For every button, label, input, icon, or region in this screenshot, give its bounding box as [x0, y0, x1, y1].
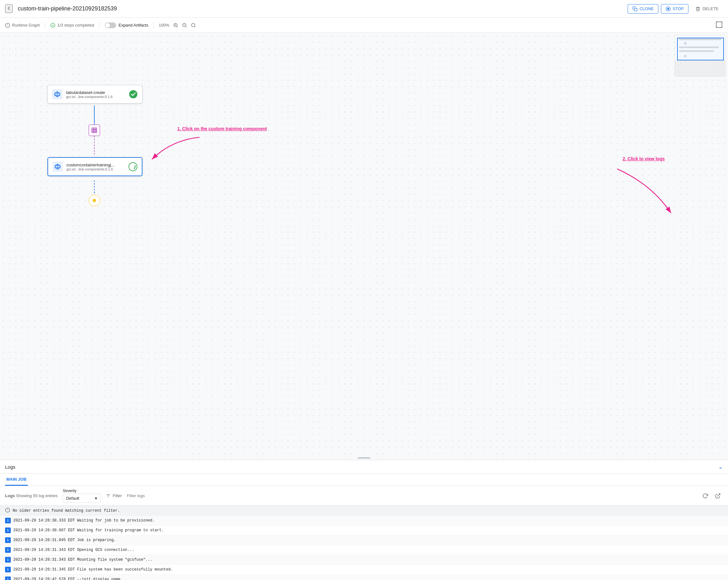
- stop-button[interactable]: STOP: [661, 4, 688, 13]
- node-tabulardataset-create[interactable]: tabulardataset-create gcr.io/...line-com…: [48, 85, 142, 103]
- back-button[interactable]: [5, 4, 12, 13]
- node2-status: [129, 162, 137, 171]
- main-area: tabulardataset-create gcr.io/...line-com…: [0, 33, 728, 580]
- log-entry-header: No older entries found matching current …: [0, 506, 728, 516]
- fullscreen-icon[interactable]: [716, 21, 723, 28]
- log-badge-info: i: [5, 537, 11, 543]
- log-badge-info: i: [5, 557, 11, 562]
- log-entry: i2021-09-29 14:26:31.345 EDT File system…: [0, 565, 728, 575]
- logs-expand-button[interactable]: ⌄: [718, 463, 723, 470]
- toolbar-divider-1: [45, 22, 45, 28]
- svg-rect-2: [668, 8, 669, 9]
- toolbar-divider-3: [153, 22, 154, 28]
- node2-icon: [53, 162, 63, 172]
- header: custom-train-pipeline-20210929182539 CLO…: [0, 0, 728, 18]
- annotation-arrow-1: [146, 134, 203, 166]
- svg-line-15: [194, 26, 195, 27]
- node1-info: tabulardataset-create gcr.io/...line-com…: [66, 90, 125, 99]
- log-badge-info: i: [5, 567, 11, 573]
- log-entry: i2021-09-29 14:26:42.578 EDT --init.disp…: [0, 575, 728, 580]
- node2-sub: gcr.io/...line-components:0.1.6: [67, 167, 125, 171]
- severity-container: Severity Default ▾: [63, 489, 101, 503]
- svg-point-14: [191, 23, 195, 27]
- header-actions: CLONE STOP DELETE: [628, 4, 723, 13]
- runtime-graph-btn[interactable]: Runtime Graph: [5, 23, 40, 28]
- toggle-switch[interactable]: [105, 23, 116, 28]
- logs-section: Logs ⌄ MAIN JOB Logs Showing 55 log entr…: [0, 460, 728, 580]
- zoom-controls: 100%: [159, 22, 197, 29]
- delete-button[interactable]: DELETE: [691, 4, 723, 13]
- clone-button[interactable]: CLONE: [628, 4, 658, 13]
- svg-rect-0: [634, 8, 637, 11]
- annotation-arrow-2: [614, 166, 677, 216]
- refresh-logs-button[interactable]: [700, 491, 710, 501]
- toggle-thumb: [105, 23, 110, 28]
- logs-header: Logs ⌄: [0, 460, 728, 474]
- log-entry: i2021-09-29 14:26:31.343 EDT Mounting fi…: [0, 555, 728, 565]
- svg-line-8: [177, 26, 178, 27]
- svg-rect-16: [716, 22, 722, 28]
- logs-body[interactable]: No older entries found matching current …: [0, 506, 728, 580]
- annotation-1: 1. Click on the custom training componen…: [177, 126, 267, 131]
- log-badge-info: i: [5, 577, 11, 580]
- zoom-out-button[interactable]: [181, 22, 188, 29]
- mini-map: [675, 35, 726, 77]
- annotation-2: 2. Click to view logs: [623, 156, 665, 161]
- svg-point-21: [129, 90, 137, 98]
- log-badge-info: i: [5, 547, 11, 553]
- steps-completed: 1/3 steps completed: [50, 23, 94, 28]
- log-entry: i2021-09-29 14:26:30.333 EDT Waiting for…: [0, 516, 728, 526]
- logs-tabs: MAIN JOB: [0, 474, 728, 486]
- svg-line-35: [718, 494, 720, 496]
- node-customcontainertraining[interactable]: customcontainertrainingj... gcr.io/...li…: [48, 157, 142, 176]
- pipeline-canvas[interactable]: tabulardataset-create gcr.io/...line-com…: [0, 33, 728, 460]
- node1-icon: [52, 89, 62, 99]
- zoom-reset-button[interactable]: [189, 22, 197, 29]
- zoom-in-button[interactable]: [172, 22, 180, 29]
- artifact-node[interactable]: [88, 125, 100, 136]
- toolbar: Runtime Graph 1/3 steps completed Expand…: [0, 18, 728, 33]
- svg-point-28: [129, 163, 137, 171]
- svg-point-6: [51, 23, 55, 27]
- logs-title: Logs: [5, 464, 16, 470]
- mini-map-viewport: [677, 38, 724, 60]
- pending-node[interactable]: [88, 195, 100, 206]
- filter-input[interactable]: [127, 493, 695, 498]
- logs-count: Logs Showing 55 log entries: [5, 493, 58, 498]
- node1-sub: gcr.io/...line-components:0.1.6: [66, 95, 125, 99]
- toolbar-divider-2: [99, 22, 100, 28]
- open-external-button[interactable]: [713, 491, 723, 501]
- svg-rect-22: [92, 128, 97, 133]
- node2-name: customcontainertrainingj...: [67, 163, 125, 167]
- log-badge-info: i: [5, 527, 11, 533]
- pipeline-title: custom-train-pipeline-20210929182539: [18, 5, 628, 12]
- main-job-tab[interactable]: MAIN JOB: [5, 474, 28, 486]
- logs-actions: [700, 491, 723, 501]
- logs-controls: Logs Showing 55 log entries Severity Def…: [0, 486, 728, 506]
- node1-status: [129, 90, 138, 99]
- filter-button[interactable]: Filter: [106, 493, 122, 498]
- log-badge-info: i: [5, 518, 11, 523]
- log-entry: i2021-09-29 14:26:31.343 EDT Opening GCS…: [0, 545, 728, 555]
- resize-handle[interactable]: [358, 457, 370, 459]
- log-entry: i2021-09-29 14:26:31.045 EDT Job is prep…: [0, 535, 728, 545]
- severity-dropdown[interactable]: Default ▾: [63, 494, 101, 503]
- node1-name: tabulardataset-create: [66, 90, 125, 95]
- log-entry: i2021-09-29 14:26:30.607 EDT Waiting for…: [0, 526, 728, 535]
- expand-artifacts-toggle[interactable]: Expand Artifacts: [105, 23, 149, 28]
- node2-info: customcontainertrainingj... gcr.io/...li…: [67, 163, 125, 171]
- svg-line-12: [185, 26, 186, 27]
